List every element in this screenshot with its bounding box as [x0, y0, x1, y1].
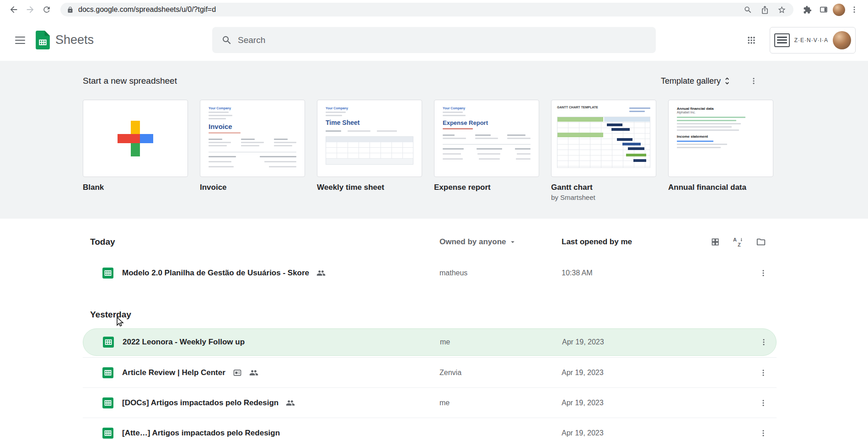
file-menu-button[interactable] — [754, 364, 772, 382]
thumb-skeleton — [443, 112, 530, 116]
kebab-icon — [759, 429, 767, 437]
file-list-section: Today Owned by anyone Last opened by me … — [0, 219, 868, 440]
file-row[interactable]: Article Review | Help Center Zenvia Apr … — [83, 357, 777, 387]
template-card-gantt-chart[interactable]: GANTT CHART TEMPLATE — [551, 100, 656, 177]
template-card-blank[interactable] — [83, 100, 188, 177]
file-title: Modelo 2.0 Planilha de Gestão de Usuário… — [122, 268, 309, 278]
file-list-header: Today Owned by anyone Last opened by me … — [83, 226, 777, 258]
lock-icon — [67, 6, 74, 13]
template-card-expense-report[interactable]: Your Company Expense Report — [434, 100, 539, 177]
thumb-skeleton — [677, 140, 745, 148]
templates-title: Start a new spreadsheet — [83, 76, 177, 86]
thumb-skeleton — [326, 129, 413, 134]
account-avatar[interactable] — [833, 31, 851, 49]
shared-people-icon — [249, 368, 258, 377]
search-bar[interactable] — [212, 27, 656, 53]
app-title[interactable]: Sheets — [55, 33, 94, 47]
forward-button[interactable] — [23, 2, 38, 17]
thumb-section-title: Income statement — [677, 134, 765, 139]
folder-icon — [756, 237, 766, 247]
sheets-logo-icon[interactable] — [36, 31, 50, 49]
zoom-icon[interactable] — [744, 5, 752, 14]
annual-financial-thumbnail: Annual financial data Alphabet Inc. Inco… — [669, 100, 773, 177]
org-name: Z·E·N·V·I·A — [794, 37, 828, 43]
file-menu-button[interactable] — [755, 333, 773, 351]
thumb-company: Your Company — [443, 107, 530, 110]
sheets-file-icon — [102, 397, 114, 409]
sheets-file-icon — [102, 267, 114, 279]
browser-profile-avatar[interactable] — [833, 4, 845, 16]
thumb-skeleton — [629, 106, 650, 114]
thumb-skeleton — [443, 144, 530, 161]
file-title: Article Review | Help Center — [122, 368, 225, 377]
file-date: 10:38 AM — [562, 269, 750, 277]
template-sublabel: by Smartsheet — [551, 193, 656, 201]
file-menu-button[interactable] — [754, 394, 772, 412]
thumb-title: Invoice — [209, 123, 296, 130]
file-menu-button[interactable] — [754, 424, 772, 440]
grid-view-button[interactable] — [706, 233, 724, 251]
reload-button[interactable] — [39, 2, 54, 17]
file-row[interactable]: [DOCs] Artigos impactados pelo Redesign … — [83, 387, 777, 418]
shared-people-icon — [316, 268, 326, 278]
group-heading-today: Today — [83, 237, 439, 247]
share-icon[interactable] — [761, 5, 769, 14]
search-input[interactable] — [238, 35, 652, 45]
thumb-company: Your Company — [326, 107, 413, 110]
file-owner: Zenvia — [439, 369, 562, 377]
templates-menu-button[interactable] — [745, 72, 763, 90]
group-heading-yesterday: Yesterday — [90, 310, 131, 320]
address-bar[interactable]: docs.google.com/spreadsheets/u/0/?tgif=d — [60, 3, 793, 16]
file-menu-button[interactable] — [754, 264, 772, 282]
file-row[interactable]: Modelo 2.0 Planilha de Gestão de Usuário… — [83, 258, 777, 288]
puzzle-icon — [803, 5, 812, 14]
kebab-icon — [760, 338, 768, 346]
thumb-skeleton — [209, 152, 296, 169]
search-icon — [221, 35, 232, 46]
dropdown-arrow-icon — [509, 238, 517, 246]
url-text: docs.google.com/spreadsheets/u/0/?tgif=d — [78, 5, 744, 14]
main-menu-button[interactable] — [7, 27, 33, 53]
thumb-skeleton — [677, 117, 745, 131]
templates-section: Start a new spreadsheet Template gallery — [0, 61, 868, 219]
owner-filter-button[interactable]: Owned by anyone — [439, 237, 562, 247]
side-panel-button[interactable] — [816, 2, 831, 17]
file-date: Apr 19, 2023 — [562, 369, 750, 377]
browser-toolbar: docs.google.com/spreadsheets/u/0/?tgif=d — [0, 0, 868, 19]
template-card-annual-financial-data[interactable]: Annual financial data Alphabet Inc. Inco… — [668, 100, 773, 177]
apps-grid-icon — [747, 36, 756, 45]
back-icon — [9, 5, 19, 15]
file-date: Apr 19, 2023 — [562, 399, 750, 407]
template-card-invoice[interactable]: Your Company Invoice — [200, 100, 305, 177]
template-gallery-label: Template gallery — [661, 76, 721, 86]
side-panel-icon — [819, 5, 828, 14]
org-account-badge[interactable]: Z·E·N·V·I·A — [770, 27, 856, 54]
back-button[interactable] — [6, 2, 21, 17]
file-owner: me — [439, 399, 562, 407]
template-card-weekly-time-sheet[interactable]: Your Company Time Sheet — [317, 100, 422, 177]
file-row-partial[interactable]: [Atte…] Artigos impactados pelo Redesign… — [83, 418, 777, 440]
template-gallery-button[interactable]: Template gallery — [656, 73, 736, 90]
multicolor-plus-icon — [118, 121, 153, 156]
file-owner: matheus — [439, 269, 562, 277]
file-row-selected[interactable]: 2022 Leonora - Weekly Follow up me Apr 1… — [83, 328, 777, 356]
kebab-icon — [750, 77, 758, 85]
group-heading-yesterday-row: Yesterday — [83, 288, 777, 327]
sheets-file-icon — [102, 336, 114, 348]
reload-icon — [42, 5, 51, 14]
browser-menu-button[interactable] — [847, 2, 862, 17]
app-header: Sheets Z·E·N·V·I·A — [0, 19, 868, 61]
google-apps-button[interactable] — [740, 29, 762, 51]
search-button[interactable] — [216, 29, 238, 51]
extensions-button[interactable] — [800, 2, 814, 17]
sheets-file-icon — [102, 367, 114, 379]
thumb-subtitle: Alphabet Inc. — [677, 111, 765, 114]
sort-az-button[interactable]: AZ — [729, 233, 747, 251]
open-file-picker-button[interactable] — [752, 233, 770, 251]
template-label: Gantt chart — [551, 183, 656, 192]
kebab-icon — [759, 399, 767, 407]
file-title: 2022 Leonora - Weekly Follow up — [123, 338, 245, 347]
thumb-skeleton — [443, 133, 530, 141]
thumb-skeleton — [326, 112, 413, 116]
bookmark-star-icon[interactable] — [777, 5, 786, 14]
